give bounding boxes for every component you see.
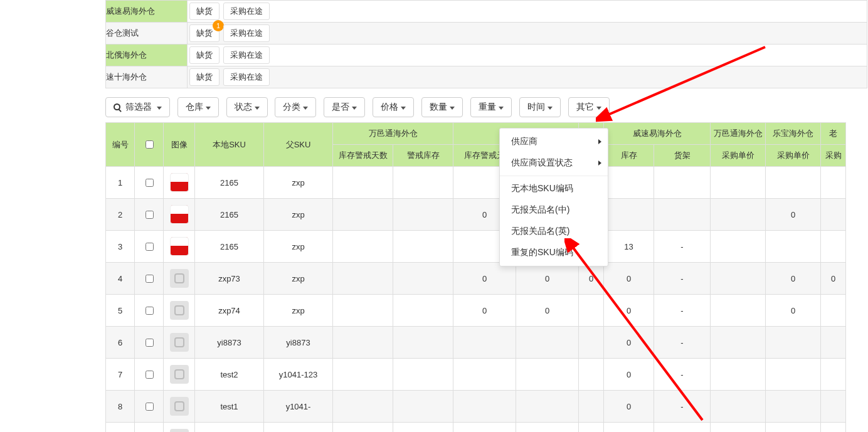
data-table: 编号 图像 本地SKU 父SKU 万邑通海外仓 乐宝 A 威速易海外仓 万邑通海… <box>105 122 846 432</box>
menu-no-local-sku[interactable]: 无本地SKU编码 <box>500 178 608 199</box>
caret-icon <box>596 107 601 110</box>
search-icon <box>114 103 120 110</box>
cell-warn-stock <box>393 327 453 359</box>
col-group-lb2[interactable]: 乐宝海外仓 <box>766 123 821 145</box>
col-group-wy[interactable]: 万邑通海外仓 <box>333 123 453 145</box>
cell-mid: 0 <box>516 295 579 327</box>
cell-pp2 <box>766 327 821 359</box>
table-row[interactable]: 9test3y1041-0- <box>106 423 846 433</box>
col-parent-sku[interactable]: 父SKU <box>264 123 333 167</box>
warehouse-label[interactable]: 威速易海外仓 <box>106 1 188 23</box>
menu-dup-sku[interactable]: 重复的SKU编码 <box>500 242 608 263</box>
col-checkbox[interactable] <box>135 123 164 167</box>
warehouse-actions: 缺货采购在途 <box>188 66 867 88</box>
row-checkbox[interactable] <box>146 403 154 411</box>
thumbnail[interactable] <box>170 173 189 192</box>
cell-buy <box>821 391 846 423</box>
table-row[interactable]: 4zxp73zxp0000-00 <box>106 263 846 295</box>
menu-no-cn-name[interactable]: 无报关品名(中) <box>500 199 608 221</box>
cell-checkbox <box>135 199 164 231</box>
col-group-wy2[interactable]: 万邑通海外仓 <box>711 123 766 145</box>
row-checkbox[interactable] <box>146 179 154 187</box>
table-row[interactable]: 5zxp74zxp000-0 <box>106 295 846 327</box>
filter-warehouse-button[interactable]: 仓库 <box>177 97 219 117</box>
filter-other-button[interactable]: 其它 <box>568 97 610 117</box>
cell-pp2 <box>766 231 821 263</box>
thumbnail[interactable] <box>170 301 189 320</box>
thumbnail[interactable] <box>170 333 189 352</box>
filter-qty-button[interactable]: 数量 <box>421 97 463 117</box>
thumbnail[interactable] <box>170 205 189 224</box>
col-buy[interactable]: 采购 <box>821 145 846 167</box>
warehouse-label[interactable]: 速十海外仓 <box>106 66 188 88</box>
table-row[interactable]: 32165zxp13- <box>106 231 846 263</box>
row-checkbox[interactable] <box>146 243 154 251</box>
menu-supplier[interactable]: 供应商 <box>500 131 608 152</box>
row-checkbox[interactable] <box>146 275 154 283</box>
col-pp[interactable]: 采购单价 <box>711 145 766 167</box>
filter-yesno-button[interactable]: 是否 <box>324 97 365 117</box>
filter-category-button[interactable]: 分类 <box>275 97 316 117</box>
cell-local-sku: test1 <box>195 391 264 423</box>
cell-index: 6 <box>106 327 135 359</box>
row-checkbox[interactable] <box>146 371 154 379</box>
table-row[interactable]: 6yi8873yi88730- <box>106 327 846 359</box>
warehouse-label[interactable]: 北俄海外仓 <box>106 45 188 66</box>
col-local-sku[interactable]: 本地SKU <box>195 123 264 167</box>
col-shelf[interactable]: 货架 <box>654 145 711 167</box>
col-group-wsy[interactable]: 威速易海外仓 <box>604 123 711 145</box>
thumbnail[interactable] <box>170 429 189 432</box>
col-index[interactable]: 编号 <box>106 123 135 167</box>
filter-weight-button[interactable]: 重量 <box>470 97 512 117</box>
col-pp2[interactable]: 采购单价 <box>766 145 821 167</box>
warehouse-tag[interactable]: 缺货1 <box>189 24 220 42</box>
filter-search-button[interactable]: 筛选器 <box>105 97 170 117</box>
col-group-old[interactable]: 老 <box>821 123 846 145</box>
thumbnail[interactable] <box>170 397 189 416</box>
menu-supplier-status[interactable]: 供应商设置状态 <box>500 152 608 174</box>
cell-image <box>164 295 195 327</box>
table-row[interactable]: 22165zxp00 <box>106 199 846 231</box>
warehouse-tag[interactable]: 采购在途 <box>223 46 270 64</box>
filter-price-button[interactable]: 价格 <box>373 97 414 117</box>
warehouse-tag[interactable]: 采购在途 <box>223 3 270 20</box>
thumbnail[interactable] <box>170 237 189 256</box>
filter-time-button[interactable]: 时间 <box>519 97 561 117</box>
cell-warn-days <box>333 263 393 295</box>
col-image[interactable]: 图像 <box>164 123 195 167</box>
cell-a <box>579 423 604 433</box>
warehouse-label[interactable]: 谷仓测试 <box>106 23 188 45</box>
col-warn-stock[interactable]: 警戒库存 <box>393 145 453 167</box>
warehouse-tag[interactable]: 采购在途 <box>223 68 270 86</box>
table-row[interactable]: 7test2y1041-1230- <box>106 359 846 391</box>
warehouse-tag[interactable]: 缺货 <box>189 46 220 64</box>
cell-parent-sku: zxp <box>264 167 333 199</box>
cell-warn-days <box>333 359 393 391</box>
row-checkbox[interactable] <box>146 307 154 315</box>
row-checkbox[interactable] <box>146 211 154 219</box>
menu-no-en-name[interactable]: 无报关品名(英) <box>500 221 608 242</box>
row-checkbox[interactable] <box>146 339 154 347</box>
thumbnail[interactable] <box>170 269 189 288</box>
table-row[interactable]: 8test1y1041-0- <box>106 391 846 423</box>
cell-pp <box>711 391 766 423</box>
col-warn-days[interactable]: 库存警戒天数 <box>333 145 393 167</box>
caret-icon <box>206 107 211 110</box>
cell-a <box>579 391 604 423</box>
warehouse-tag[interactable]: 缺货 <box>189 68 220 86</box>
warehouse-tag[interactable]: 缺货 <box>189 3 220 20</box>
cell-parent-sku: y1041-123 <box>264 359 333 391</box>
check-all[interactable] <box>146 140 154 149</box>
filter-bar: 筛选器 仓库 状态 分类 是否 价格 数量 重量 时间 其它 <box>105 97 868 117</box>
thumbnail[interactable] <box>170 365 189 384</box>
cell-parent-sku: zxp <box>264 263 333 295</box>
cell-a <box>579 327 604 359</box>
cell-buy: 0 <box>821 263 846 295</box>
cell-shelf: - <box>654 231 711 263</box>
cell-pp <box>711 263 766 295</box>
table-row[interactable]: 12165zxp <box>106 167 846 199</box>
cell-pp <box>711 423 766 433</box>
col-stock[interactable]: 库存 <box>604 145 654 167</box>
filter-status-button[interactable]: 状态 <box>226 97 268 117</box>
warehouse-tag[interactable]: 采购在途 <box>223 24 270 42</box>
